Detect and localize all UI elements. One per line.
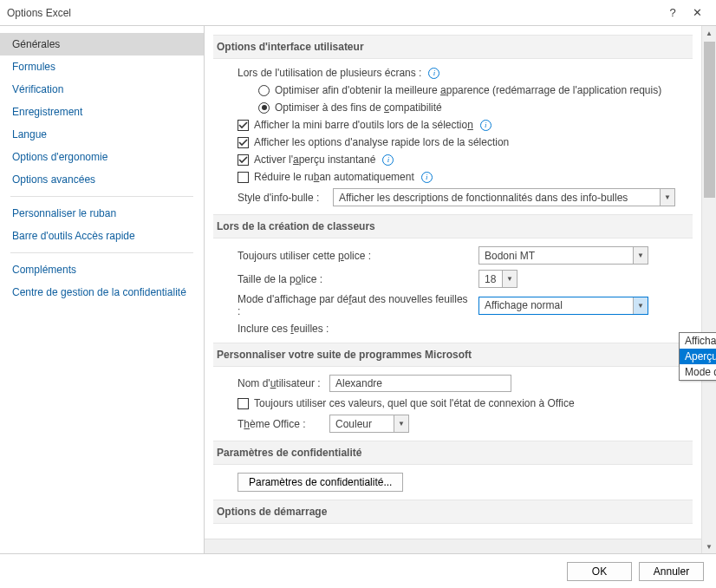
- sidebar-item-proofing[interactable]: Vérification: [0, 78, 204, 101]
- default-view-combo[interactable]: Affichage normal ▼: [478, 297, 648, 315]
- sidebar-item-accessibility[interactable]: Options d'ergonomie: [0, 146, 204, 168]
- dropdown-option-page-break-preview[interactable]: Aperçu des sauts de page: [680, 349, 716, 364]
- sidebar-item-ribbon[interactable]: Personnaliser le ruban: [0, 202, 204, 225]
- default-view-dropdown-list[interactable]: Affichage normal Aperçu des sauts de pag…: [679, 332, 716, 381]
- dropdown-option-page-layout[interactable]: Mode d'affichage Mise en page: [680, 364, 716, 380]
- include-sheets-label: Inclure ces feuilles :: [238, 323, 473, 335]
- info-icon[interactable]: i: [382, 154, 394, 166]
- check-quick-analysis[interactable]: Afficher les options d'analyse rapide lo…: [213, 134, 693, 151]
- privacy-settings-button[interactable]: Paramètres de confidentialité...: [238, 473, 403, 492]
- sidebar-item-addins[interactable]: Compléments: [0, 258, 204, 281]
- font-size-combo[interactable]: 18 ▼: [478, 270, 517, 288]
- radio-icon: [258, 85, 270, 96]
- check-always-use-values[interactable]: Toujours utiliser ces valeurs, quel que …: [213, 395, 693, 412]
- section-privacy: Paramètres de confidentialité: [213, 441, 693, 465]
- sidebar-separator: [10, 252, 193, 253]
- check-live-preview[interactable]: Activer l'aperçu instantané i: [213, 151, 693, 168]
- checkbox-icon: [238, 172, 249, 183]
- tooltip-style-label: Style d'info-bulle :: [238, 192, 328, 204]
- radio-icon: [258, 102, 270, 114]
- sidebar-item-general[interactable]: Générales: [0, 33, 204, 56]
- default-font-combo[interactable]: Bodoni MT ▼: [478, 246, 648, 265]
- default-font-label: Toujours utiliser cette police :: [238, 250, 473, 262]
- sidebar-item-trust[interactable]: Centre de gestion de la confidentialité: [0, 281, 204, 304]
- chevron-down-icon: ▼: [660, 189, 674, 206]
- chevron-down-icon: ▼: [633, 247, 648, 264]
- cancel-button[interactable]: Annuler: [639, 562, 704, 581]
- vertical-scrollbar[interactable]: ▲ ▼: [701, 26, 716, 553]
- checkbox-icon: [238, 137, 249, 148]
- chevron-down-icon: ▼: [502, 271, 517, 287]
- sidebar-item-qat[interactable]: Barre d'outils Accès rapide: [0, 225, 204, 247]
- tooltip-style-combo[interactable]: Afficher les descriptions de fonctionnal…: [333, 188, 675, 206]
- radio-optimize-appearance[interactable]: Optimiser afin d'obtenir la meilleure ap…: [213, 82, 693, 99]
- dropdown-option-normal[interactable]: Affichage normal: [680, 333, 716, 349]
- username-input[interactable]: Alexandre: [329, 375, 511, 392]
- office-theme-combo[interactable]: Couleur ▼: [329, 415, 409, 433]
- multi-screen-label: Lors de l'utilisation de plusieurs écran…: [213, 64, 693, 82]
- default-view-label: Mode d'affichage par défaut des nouvelle…: [238, 293, 473, 317]
- chevron-down-icon: ▼: [394, 415, 408, 432]
- info-icon[interactable]: i: [480, 120, 491, 131]
- section-workbook-creation: Lors de la création de classeurs: [213, 214, 693, 238]
- sidebar-separator: [10, 196, 193, 197]
- scrollbar-thumb[interactable]: [704, 42, 715, 198]
- sidebar-item-advanced[interactable]: Options avancées: [0, 168, 204, 191]
- section-ui-options: Options d'interface utilisateur: [213, 35, 693, 59]
- section-personalize: Personnaliser votre suite de programmes …: [213, 343, 693, 367]
- font-size-label: Taille de la police :: [238, 273, 473, 285]
- scroll-down-icon[interactable]: ▼: [702, 539, 716, 553]
- horizontal-scrollbar[interactable]: [205, 539, 701, 553]
- chevron-down-icon: ▼: [633, 297, 648, 314]
- close-button[interactable]: ✕: [685, 6, 709, 19]
- info-icon[interactable]: i: [428, 68, 439, 79]
- sidebar-item-save[interactable]: Enregistrement: [0, 101, 204, 123]
- section-startup: Options de démarrage: [213, 500, 693, 524]
- checkbox-icon: [238, 120, 249, 131]
- category-sidebar: Générales Formules Vérification Enregist…: [0, 26, 205, 553]
- username-label: Nom d'utilisateur :: [238, 377, 324, 389]
- checkbox-icon: [238, 398, 249, 409]
- window-title: Options Excel: [7, 7, 661, 19]
- theme-label: Thème Office :: [238, 418, 324, 430]
- checkbox-icon: [238, 154, 249, 166]
- check-collapse-ribbon[interactable]: Réduire le ruban automatiquement i: [213, 168, 693, 186]
- scroll-up-icon[interactable]: ▲: [702, 26, 716, 40]
- info-icon[interactable]: i: [421, 172, 433, 183]
- sidebar-item-formulas[interactable]: Formules: [0, 56, 204, 78]
- ok-button[interactable]: OK: [567, 562, 632, 581]
- radio-optimize-compatibility[interactable]: Optimiser à des fins de compatibilité: [213, 99, 693, 116]
- check-minibar[interactable]: Afficher la mini barre d'outils lors de …: [213, 116, 693, 134]
- help-button[interactable]: ?: [661, 6, 685, 19]
- sidebar-item-language[interactable]: Langue: [0, 123, 204, 146]
